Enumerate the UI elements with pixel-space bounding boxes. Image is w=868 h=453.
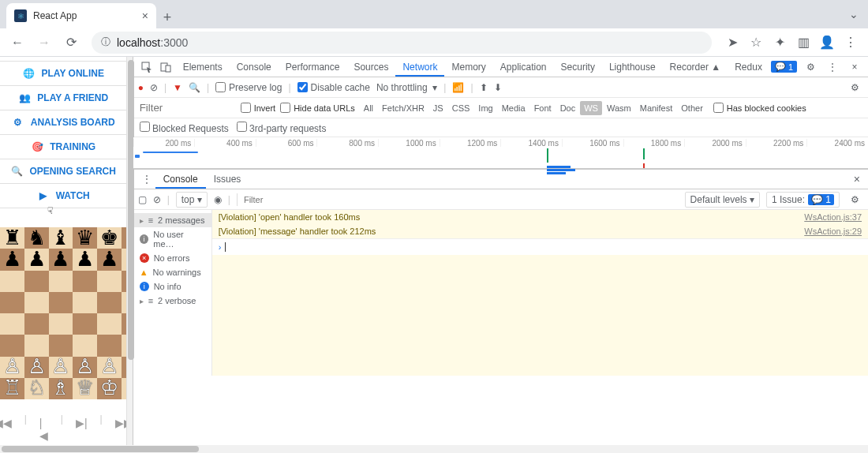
square[interactable]: ♟: [122, 249, 128, 270]
console-sidebar-item[interactable]: iNo info: [133, 279, 211, 294]
network-conditions-icon[interactable]: 📶: [452, 82, 464, 93]
devtools-settings-icon[interactable]: ⚙: [802, 62, 819, 73]
network-timeline[interactable]: 200 ms400 ms600 ms800 ms1000 ms1200 ms14…: [133, 137, 868, 169]
square[interactable]: ♞: [24, 227, 49, 249]
square[interactable]: ♟: [0, 249, 24, 270]
filter-type-media[interactable]: Media: [498, 101, 529, 115]
menu-item-play-online[interactable]: 🌐PLAY ONLINE: [0, 61, 126, 86]
filter-type-other[interactable]: Other: [677, 101, 707, 115]
devtools-tab-performance[interactable]: Performance: [279, 58, 347, 77]
sidepanel-icon[interactable]: ▥: [792, 32, 814, 54]
hide-data-urls-checkbox[interactable]: Hide data URLs: [280, 103, 355, 113]
inspect-element-icon[interactable]: [138, 62, 155, 73]
playback-last-button[interactable]: ▶▶: [110, 414, 128, 445]
profile-icon[interactable]: 👤: [816, 32, 838, 54]
piece-p[interactable]: ♙: [51, 357, 69, 377]
vertical-scrollbar[interactable]: [127, 57, 132, 445]
menu-item-play-a-friend[interactable]: 👥PLAY A FRIEND: [0, 85, 126, 110]
close-tab-icon[interactable]: ×: [142, 9, 148, 22]
menu-item-opening-search[interactable]: 🔍OPENING SEARCH: [0, 159, 126, 184]
square[interactable]: ♔: [97, 378, 122, 399]
piece-p[interactable]: ♟: [3, 249, 21, 270]
device-toolbar-icon[interactable]: [157, 62, 174, 73]
piece-p[interactable]: ♟: [51, 249, 69, 270]
square[interactable]: [122, 271, 128, 292]
back-button[interactable]: ←: [6, 32, 28, 54]
drawer-tab-issues[interactable]: Issues: [206, 170, 249, 189]
console-sidebar-item[interactable]: iNo user me…: [133, 227, 211, 251]
network-filter-input[interactable]: [133, 99, 236, 117]
square[interactable]: [0, 335, 24, 356]
console-levels-select[interactable]: Default levels ▾: [685, 192, 760, 208]
issues-indicator[interactable]: 💬 1: [771, 61, 797, 73]
square[interactable]: ♙: [73, 357, 97, 378]
blocked-requests-checkbox[interactable]: Blocked Requests: [140, 122, 229, 134]
filter-toggle-icon[interactable]: ▼: [173, 82, 182, 93]
record-button[interactable]: ●: [138, 82, 144, 93]
devtools-tab-network[interactable]: Network: [395, 58, 444, 77]
square[interactable]: [73, 292, 97, 313]
square[interactable]: [97, 335, 122, 356]
playback-prev-button[interactable]: |◀: [35, 414, 53, 445]
piece-b[interactable]: ♗: [51, 378, 69, 399]
live-expression-icon[interactable]: ◉: [214, 194, 222, 205]
filter-type-css[interactable]: CSS: [448, 101, 474, 115]
square[interactable]: ♟: [24, 249, 49, 270]
site-info-icon[interactable]: ⓘ: [101, 36, 110, 49]
piece-r[interactable]: ♖: [3, 378, 21, 399]
square[interactable]: ♙: [122, 357, 128, 378]
invert-checkbox[interactable]: Invert: [241, 103, 276, 113]
devtools-tab-application[interactable]: Application: [493, 58, 554, 77]
square[interactable]: [122, 335, 128, 356]
filter-type-wasm[interactable]: Wasm: [603, 101, 635, 115]
devtools-tab-elements[interactable]: Elements: [176, 58, 230, 77]
drawer-close-icon[interactable]: ×: [846, 173, 868, 185]
piece-p[interactable]: ♟: [100, 249, 118, 270]
new-tab-button[interactable]: +: [156, 6, 178, 28]
square[interactable]: ♟: [49, 249, 73, 270]
devtools-tab-sources[interactable]: Sources: [346, 58, 395, 77]
bookmark-icon[interactable]: ☆: [745, 32, 767, 54]
piece-n[interactable]: ♘: [28, 378, 46, 399]
filter-type-img[interactable]: Img: [474, 101, 496, 115]
extensions-icon[interactable]: ✦: [769, 32, 791, 54]
square[interactable]: [122, 313, 128, 335]
square[interactable]: ♝: [122, 227, 128, 249]
console-filter-input[interactable]: [237, 193, 679, 206]
square[interactable]: [97, 271, 122, 292]
square[interactable]: [97, 313, 122, 335]
filter-type-doc[interactable]: Doc: [556, 101, 580, 115]
square[interactable]: [0, 292, 24, 313]
square[interactable]: [24, 292, 49, 313]
console-clear-icon[interactable]: ⊘: [153, 194, 161, 205]
square[interactable]: [0, 313, 24, 335]
console-sidebar-item[interactable]: ×No errors: [133, 251, 211, 265]
square[interactable]: ♙: [97, 357, 122, 378]
piece-b[interactable]: ♝: [51, 228, 69, 249]
console-sidebar-item[interactable]: ▸≡2 messages: [133, 213, 211, 227]
network-settings-icon[interactable]: ⚙: [846, 82, 863, 93]
console-settings-icon[interactable]: ⚙: [846, 194, 863, 205]
log-source-link[interactable]: WsAction.js:29: [804, 226, 862, 236]
square[interactable]: ♘: [24, 378, 49, 399]
menu-item-analysis-board[interactable]: ⚙ANALYSIS BOARD: [0, 110, 126, 135]
has-blocked-cookies-checkbox[interactable]: Has blocked cookies: [713, 103, 806, 113]
square[interactable]: ♗: [122, 378, 128, 399]
send-icon[interactable]: ➤: [721, 32, 743, 54]
piece-p[interactable]: ♟: [76, 249, 94, 270]
square[interactable]: ♚: [97, 227, 122, 249]
devtools-tab-lighthouse[interactable]: Lighthouse: [602, 58, 663, 77]
clear-button[interactable]: ⊘: [150, 82, 158, 93]
log-source-link[interactable]: WsAction.js:37: [804, 212, 862, 222]
piece-k[interactable]: ♔: [100, 378, 118, 399]
square[interactable]: [73, 335, 97, 356]
console-log-line[interactable]: [Violation] 'open' handler took 160msWsA…: [212, 210, 868, 224]
square[interactable]: ♜: [0, 227, 24, 249]
square[interactable]: ♛: [73, 227, 97, 249]
console-sidebar-item[interactable]: ▸≡2 verbose: [133, 294, 211, 308]
drawer-menu-icon[interactable]: ⋮: [138, 174, 155, 185]
chrome-menu-icon[interactable]: ⋮: [840, 32, 862, 54]
drawer-tab-console[interactable]: Console: [155, 170, 206, 189]
disable-cache-checkbox[interactable]: Disable cache: [297, 82, 370, 93]
devtools-more-icon[interactable]: ⋮: [824, 62, 841, 73]
